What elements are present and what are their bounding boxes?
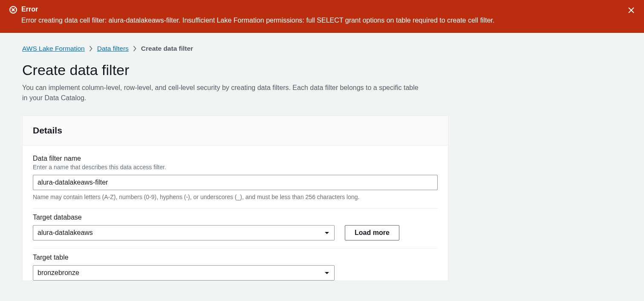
chevron-right-icon [89, 46, 93, 52]
target-database-select[interactable]: alura-datalakeaws [33, 225, 335, 240]
error-message: Error creating data cell filter: alura-d… [21, 16, 619, 25]
field-label-table: Target table [33, 254, 438, 261]
close-icon[interactable] [626, 5, 636, 17]
field-target-database: Target database alura-datalakeaws Load m… [33, 214, 438, 249]
chevron-right-icon [133, 46, 137, 52]
field-help-name: Name may contain letters (A-Z), numbers … [33, 194, 438, 200]
error-banner: Error Error creating data cell filter: a… [0, 0, 644, 33]
error-icon [9, 6, 17, 15]
breadcrumb: AWS Lake Formation Data filters Create d… [22, 45, 622, 52]
page-description: You can implement column-level, row-leve… [22, 83, 423, 104]
details-panel: Details Data filter name Enter a name th… [22, 116, 448, 281]
field-target-table: Target table bronzebronze [33, 254, 438, 281]
panel-title: Details [33, 125, 438, 136]
target-table-select[interactable]: bronzebronze [33, 265, 335, 281]
breadcrumb-link-data-filters[interactable]: Data filters [97, 45, 129, 52]
breadcrumb-link-root[interactable]: AWS Lake Formation [22, 45, 85, 52]
error-title: Error [21, 5, 619, 13]
data-filter-name-input[interactable] [33, 175, 438, 190]
breadcrumb-current: Create data filter [141, 45, 193, 52]
panel-header: Details [23, 116, 448, 145]
load-more-button[interactable]: Load more [345, 225, 399, 240]
field-data-filter-name: Data filter name Enter a name that descr… [33, 155, 438, 208]
page-title: Create data filter [22, 62, 622, 78]
field-hint-name: Enter a name that describes this data ac… [33, 164, 438, 171]
field-label-name: Data filter name [33, 155, 438, 162]
field-label-database: Target database [33, 214, 438, 221]
